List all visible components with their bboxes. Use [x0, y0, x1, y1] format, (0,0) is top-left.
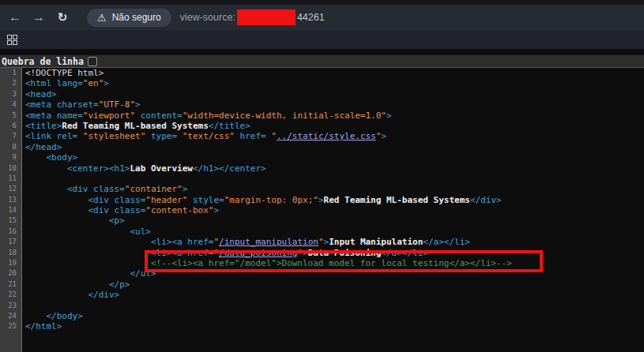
- url-redaction-box: [237, 9, 296, 25]
- forward-icon[interactable]: →: [27, 10, 51, 24]
- source-line-code: <div class="header" style="margin-top: 0…: [21, 195, 502, 205]
- source-line: 3<head>: [0, 89, 644, 99]
- browser-window: ← → ↻ ⚠ Não seguro view-source: 44261 Qu…: [0, 0, 644, 352]
- line-number: 25: [0, 321, 21, 331]
- line-number: 1: [0, 68, 21, 78]
- line-number: 22: [0, 290, 21, 300]
- source-token: <center><h1>: [25, 163, 130, 174]
- url-prefix: view-source:: [180, 12, 235, 23]
- line-wrap-checkbox[interactable]: [88, 57, 97, 66]
- apps-grid-square: [7, 40, 12, 45]
- reload-icon[interactable]: ↻: [51, 10, 74, 24]
- source-token: "stylesheet": [83, 131, 145, 141]
- line-number: 3: [0, 89, 21, 99]
- line-number: 6: [0, 121, 21, 131]
- source-line: 14 <div class="content-box">: [0, 205, 644, 215]
- source-line: 17 <li><a href="/input_manipulation">Inp…: [0, 237, 644, 247]
- source-token: >: [318, 195, 324, 205]
- apps-grid-icon[interactable]: [7, 35, 17, 45]
- source-token: Red Teaming ML-based Systems: [324, 195, 470, 205]
- source-line-code: <li><a href="/input_manipulation">Input …: [21, 237, 470, 247]
- source-token: </div>: [470, 195, 502, 205]
- source-token: "margin-top: 0px;": [224, 195, 318, 205]
- source-token: <meta charset=: [25, 99, 99, 110]
- apps-grid-square: [7, 35, 12, 39]
- source-token: "viewport": [83, 110, 135, 121]
- line-wrap-bar: Quebra de linha: [0, 55, 644, 68]
- warning-icon: ⚠: [97, 13, 107, 23]
- source-token: <div class=: [25, 205, 145, 215]
- line-number: 4: [0, 99, 21, 110]
- source-line: 2<html lang="en">: [0, 78, 644, 88]
- line-number: 14: [0, 205, 21, 215]
- source-line: 10 <center><h1>Lab Overview</h1></center…: [0, 163, 644, 174]
- source-line: 1<!DOCTYPE html>: [0, 68, 644, 78]
- line-number: 18: [0, 248, 21, 258]
- source-token: >: [386, 110, 392, 121]
- source-line-code: [21, 301, 25, 311]
- line-number: 11: [0, 174, 21, 184]
- source-token: </title>: [209, 121, 250, 131]
- source-token: ": [271, 131, 277, 141]
- line-number: 12: [0, 184, 21, 194]
- source-line: 4<meta charset="UTF-8">: [0, 99, 644, 110]
- source-token: style=: [187, 195, 224, 205]
- source-link[interactable]: ../static/style.css: [277, 131, 376, 141]
- source-line-code: <p>: [21, 215, 125, 226]
- bookmarks-bar: [0, 30, 644, 49]
- source-token: <html lang=: [25, 78, 83, 88]
- source-line-code: <html lang="en">: [21, 78, 109, 88]
- source-line-code: <!DOCTYPE html>: [21, 68, 104, 78]
- source-line-code: <div class="container">: [21, 184, 187, 194]
- back-icon[interactable]: ←: [3, 10, 27, 24]
- source-token: "content-box": [145, 205, 213, 215]
- line-number: 2: [0, 78, 21, 88]
- source-token: <title>: [25, 121, 62, 131]
- security-chip-label: Não seguro: [112, 12, 161, 23]
- security-chip[interactable]: ⚠ Não seguro: [87, 9, 171, 27]
- source-line-code: <center><h1>Lab Overview</h1></center>: [21, 163, 266, 174]
- source-token: </head>: [25, 142, 62, 152]
- source-token: <body>: [25, 152, 77, 163]
- source-line: 15 <p>: [0, 215, 644, 226]
- source-line-code: [21, 174, 25, 184]
- source-code: 1<!DOCTYPE html>2<html lang="en">3<head>…: [0, 68, 644, 352]
- source-token: href=: [235, 131, 271, 141]
- source-token: </h1></center>: [193, 163, 266, 174]
- source-token: >: [104, 78, 109, 88]
- source-line: 23: [0, 301, 644, 311]
- source-token: </ul>: [25, 268, 156, 279]
- line-number: 19: [0, 258, 21, 268]
- source-line-code: <div class="content-box">: [21, 205, 219, 215]
- line-number: 23: [0, 301, 21, 311]
- line-number: 20: [0, 268, 21, 279]
- source-token: <li><a href=: [25, 237, 213, 247]
- url-field[interactable]: view-source: 44261: [180, 9, 325, 25]
- source-line: 5<meta name="viewport" content="width=de…: [0, 110, 644, 121]
- source-token: <link rel=: [25, 131, 83, 141]
- source-token: </div>: [25, 290, 119, 300]
- source-link[interactable]: /input_manipulation: [219, 237, 318, 247]
- source-line-code: </div>: [21, 290, 119, 300]
- source-line: 16 <ul>: [0, 227, 644, 237]
- source-line: 9 <body>: [0, 152, 644, 163]
- source-token: content=: [135, 110, 183, 121]
- source-line-code: <meta name="viewport" content="width=dev…: [21, 110, 392, 121]
- view-source-page: Quebra de linha 1<!DOCTYPE html>2<html l…: [0, 49, 644, 352]
- line-number: 9: [0, 152, 21, 163]
- source-token: "en": [83, 78, 104, 88]
- source-token: "width=device-width, initial-scale=1.0": [183, 110, 386, 121]
- line-number: 17: [0, 237, 21, 247]
- source-line-code: <head>: [21, 89, 57, 99]
- source-token: <div class=: [25, 184, 125, 194]
- source-line-code: <title>Red Teaming ML-based Systems</tit…: [21, 121, 250, 131]
- source-line: 6<title>Red Teaming ML-based Systems</ti…: [0, 121, 644, 131]
- source-token: <ul>: [25, 227, 151, 237]
- source-token: <div class=: [25, 195, 145, 205]
- line-number: 13: [0, 195, 21, 205]
- line-number: 24: [0, 311, 21, 321]
- source-token: type=: [145, 131, 182, 141]
- source-token: <meta name=: [25, 110, 83, 121]
- source-line-code: </ul>: [21, 268, 156, 279]
- source-line: 13 <div class="header" style="margin-top…: [0, 195, 644, 205]
